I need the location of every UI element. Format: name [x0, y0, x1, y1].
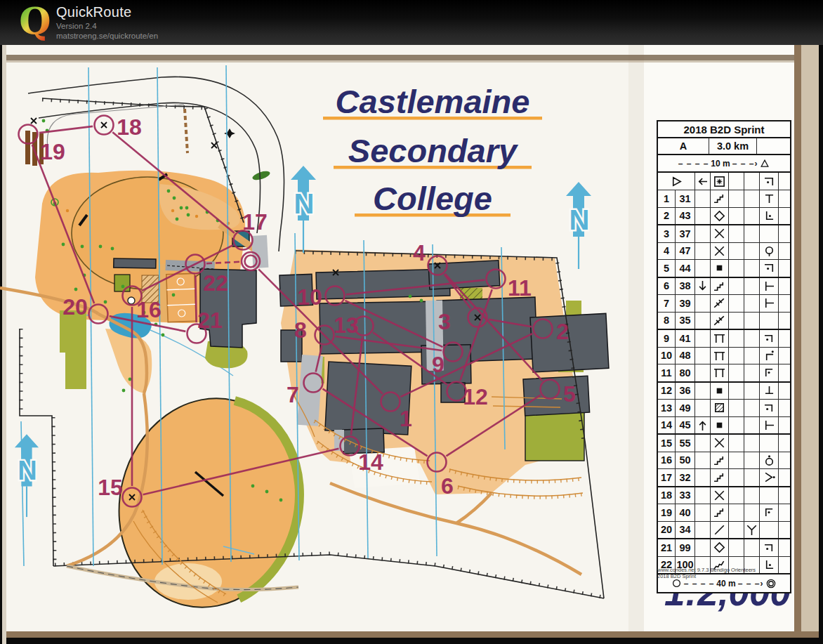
control-code: 33: [675, 487, 694, 504]
cross-icon: [713, 489, 726, 502]
control-label-13: 13: [334, 313, 359, 338]
attribution-line1: www.condes.net 9.7.3 Bendigo Orienteers: [657, 567, 756, 573]
map-title-line3: College: [373, 180, 492, 217]
control-row-3: 3 37: [658, 224, 790, 242]
attribution-line2: 2018 B2D Sprint: [657, 573, 756, 579]
junction-y-icon: [745, 523, 758, 537]
control-row-13: 13 49: [658, 399, 790, 416]
control-code: 99: [675, 539, 694, 556]
quickroute-logo-icon: Q: [15, 3, 55, 42]
side-left-icon: [763, 296, 776, 310]
quickroute-window: { "app": { "logo": "Q", "name": "QuickRo…: [0, 0, 823, 644]
hatch-square-icon: [713, 401, 726, 414]
control-number: 18: [658, 487, 675, 504]
side-left-icon: [763, 280, 776, 293]
control-row-9: 9 41: [658, 329, 790, 347]
control-code: 50: [675, 452, 694, 469]
control-number: 4: [658, 243, 675, 260]
control-number: 16: [658, 452, 675, 469]
diamond-icon: [713, 209, 726, 223]
control-code: 31: [675, 190, 694, 207]
stairs-icon: [713, 506, 726, 519]
square-icon: [713, 261, 726, 275]
control-row-14: 14 45: [658, 416, 790, 434]
control-code: 80: [675, 364, 694, 381]
canopy-icon: [713, 331, 726, 345]
control-code: 43: [675, 208, 694, 225]
control-label-11: 11: [508, 275, 532, 301]
control-row-10: 10 48: [658, 347, 790, 364]
control-row-21: 21 99: [658, 538, 790, 556]
control-label-21: 21: [197, 308, 223, 333]
control-number: 6: [658, 278, 675, 295]
corner-b-icon: [763, 349, 776, 362]
fence-icon: [713, 296, 726, 310]
start-triangle-icon: [670, 175, 683, 188]
diamond-icon: [713, 541, 726, 554]
control-row-2: 2 43: [658, 207, 790, 225]
map-title-line1: Castlemaine: [336, 83, 530, 120]
control-label-7: 7: [287, 382, 299, 407]
control-row-8: 8 35: [658, 312, 790, 329]
arrow-down-icon: [696, 280, 709, 293]
fence-icon: [713, 314, 726, 327]
control-row-1: 1 31: [658, 190, 790, 207]
control-number: 19: [658, 504, 675, 521]
control-number: 14: [658, 417, 675, 434]
control-label-15: 15: [98, 475, 123, 500]
card-course: A: [658, 138, 709, 154]
star-box-icon: [713, 175, 726, 188]
gt-dot-icon: [763, 471, 776, 484]
corner-a-icon: [763, 261, 776, 275]
control-descriptions-card: 2018 B2D Sprint A 3.0 km – – – –10 m– – …: [657, 120, 791, 593]
control-label-3: 3: [438, 309, 451, 334]
card-title: 2018 B2D Sprint: [658, 121, 790, 137]
card-climb: [756, 138, 790, 154]
control-row-7: 7 39: [658, 294, 790, 312]
control-label-2: 2: [556, 319, 569, 344]
control-label-22: 22: [203, 270, 228, 296]
map-attribution: www.condes.net 9.7.3 Bendigo Orienteers …: [657, 567, 756, 579]
card-length: 3.0 km: [709, 138, 756, 154]
corner-a-icon: [763, 175, 776, 188]
app-url[interactable]: matstroeng.se/quickroute/en: [56, 32, 158, 40]
control-code: 45: [675, 417, 694, 434]
svg-text:N: N: [18, 456, 37, 485]
finish-icon: [765, 578, 777, 589]
control-row-20: 20 34: [658, 521, 790, 539]
control-number: 9: [658, 330, 675, 347]
control-code: 35: [675, 313, 694, 329]
control-label-17: 17: [242, 209, 268, 235]
control-row-18: 18 33: [658, 486, 790, 504]
corner-e-icon: [763, 209, 776, 223]
control-label-9: 9: [432, 352, 445, 377]
control-row-15: 15 55: [658, 433, 790, 452]
slash-icon: [713, 523, 726, 537]
control-number: 21: [658, 539, 675, 556]
control-number: 17: [658, 469, 675, 486]
control-number: 1: [658, 190, 675, 207]
control-code: 49: [675, 400, 694, 416]
map-area[interactable]: N N N 1234567891011121314151617181920212…: [0, 45, 823, 644]
control-label-1: 1: [400, 406, 412, 431]
control-code: 37: [675, 225, 694, 242]
control-number: 7: [658, 295, 675, 312]
control-row-5: 5 44: [658, 259, 790, 277]
control-row-4: 4 47: [658, 242, 790, 260]
svg-text:N: N: [294, 188, 315, 219]
control-row-17: 17 32: [658, 468, 790, 486]
corner-e-icon: [763, 558, 776, 572]
control-row-6: 6 38: [658, 277, 790, 295]
stairs-icon: [713, 280, 726, 293]
map-title-line2: Secondary: [348, 132, 519, 169]
control-label-4: 4: [413, 240, 426, 265]
app-title: QuickRoute: [56, 4, 132, 20]
arrow-left-icon: [696, 175, 709, 188]
control-number: 20: [658, 522, 675, 539]
control-label-20: 20: [62, 294, 88, 320]
control-number: 2: [658, 208, 675, 225]
control-code: 47: [675, 243, 694, 260]
cross-icon: [713, 244, 726, 258]
control-number: 13: [658, 400, 675, 416]
cross-icon: [713, 436, 726, 449]
